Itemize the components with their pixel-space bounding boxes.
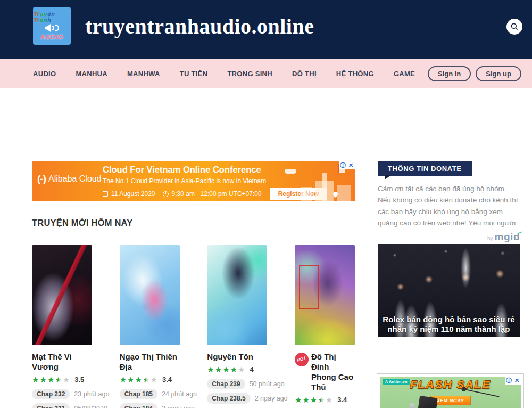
comic-cover[interactable] xyxy=(32,245,92,345)
auth-buttons: Sign in Sign up xyxy=(428,66,521,81)
mgid-logo: mgid xyxy=(495,231,520,242)
comic-cards: Mạt Thế Vi Vương ★★★★★ ★★★★★ 3.5 Chap 23… xyxy=(32,245,355,408)
banner-ad-time: 9:30 am - 12:00 pm UTC+07:00 xyxy=(172,190,262,198)
chapter-list: Chap 232 23 phút ago Chap 231 05/08/2020 xyxy=(32,389,92,408)
star-rating-icon: ★★★★★ ★★★★★ xyxy=(120,376,158,383)
comic-cover[interactable] xyxy=(207,245,267,345)
comic-title-text: Đô Thị Đỉnh Phong Cao Thủ xyxy=(311,352,355,393)
native-ad-image[interactable]: Rolex bán đồng hồ bản sao siêu rẻ nhân k… xyxy=(378,244,520,337)
alibaba-brand-name: Alibaba Cloud xyxy=(48,174,102,184)
hot-badge: HOT xyxy=(293,351,311,369)
flash-sale-ad[interactable]: A Antien.vn FLASH SALE XEM NGAY ⓘ ✕ xyxy=(377,373,524,408)
chapter-row: Chap 232 23 phút ago xyxy=(32,389,92,399)
banner-ad-title: Cloud For Vietnam Online Conference xyxy=(103,165,261,175)
comic-card: Nguyên Tôn ★★★★★ ★★★★★ 4 Chap 239 50 phú… xyxy=(207,245,267,408)
chapter-time: 23 phút ago xyxy=(74,390,109,398)
alibaba-logo: (-) Alibaba Cloud xyxy=(37,173,102,185)
chapter-row: Chap 231 05/08/2020 xyxy=(32,403,92,408)
star-rating-icon: ★★★★★ ★★★★★ xyxy=(32,376,70,383)
nav-item-manhwa[interactable]: MANHWA xyxy=(127,70,160,78)
chapter-chip[interactable]: Chap 239 xyxy=(207,379,245,389)
comic-title[interactable]: Nguyên Tôn xyxy=(207,352,267,362)
microphone-image xyxy=(409,403,417,408)
star-rating-icon: ★★★★★ ★★★★★ xyxy=(207,365,245,373)
star-rating-icon: ★★★★★ ★★★★★ xyxy=(295,396,333,404)
search-button[interactable] xyxy=(506,19,522,35)
mgid-check-icon xyxy=(519,231,523,233)
ad-info-icon[interactable]: ⓘ xyxy=(339,161,347,169)
chapter-chip[interactable]: Chap 185 xyxy=(120,389,157,399)
ad-close-icon[interactable]: ✕ xyxy=(347,161,355,169)
comic-title-text: Nguyên Tôn xyxy=(207,352,253,362)
donate-ribbon: THÔNG TIN DONATE xyxy=(378,161,472,176)
banner-ad-subtitle: The No.1 Cloud Provider in Asia-Pacific … xyxy=(103,177,266,185)
chapter-chip[interactable]: Chap 231 xyxy=(32,403,70,408)
chapter-list: Chap 239 50 phút ago Chap 238.5 2 ngày a… xyxy=(207,379,267,404)
comic-title[interactable]: HOT Đô Thị Đỉnh Phong Cao Thủ xyxy=(295,352,355,393)
nav-item-he-thong[interactable]: HỆ THỐNG xyxy=(336,70,374,78)
sidebar: THÔNG TIN DONATE Cám ơn tất cả các bạn đ… xyxy=(378,161,525,408)
chapter-chip[interactable]: Chap 184 xyxy=(120,403,157,408)
nav-item-game[interactable]: GAME xyxy=(394,70,415,78)
rating-row: ★★★★★ ★★★★★ 3.4 xyxy=(120,376,180,383)
comic-cover[interactable] xyxy=(120,245,180,345)
alibaba-banner-ad[interactable]: (-) Alibaba Cloud Cloud For Vietnam Onli… xyxy=(32,161,355,201)
ad-choices-controls: ⓘ ✕ xyxy=(505,377,521,385)
flash-ad-title: FLASH SALE xyxy=(380,378,521,391)
rating-value: 3.4 xyxy=(162,376,172,383)
chapter-time: 3 ngày ago xyxy=(162,405,195,408)
rating-value: 4 xyxy=(250,365,254,373)
mgid-attribution[interactable]: bymgid xyxy=(378,231,520,243)
nav-item-audio[interactable]: AUDIO xyxy=(33,70,56,78)
nav-items: AUDIO MANHUA MANHWA TU TIÊN TRỌNG SINH Đ… xyxy=(33,70,415,78)
chapter-row: Chap 239 50 phút ago xyxy=(207,379,267,389)
nav-item-trong-sinh[interactable]: TRỌNG SINH xyxy=(227,70,272,78)
main-nav: AUDIO MANHUA MANHWA TU TIÊN TRỌNG SINH Đ… xyxy=(0,59,532,88)
chapter-time: 50 phút ago xyxy=(250,380,285,388)
logo-audio-text: AUDIO xyxy=(40,34,64,41)
chapter-row: Chap 238.5 2 ngày ago xyxy=(207,393,267,404)
donate-text: Cám ơn tất cả các bạn đã ủng hộ nhóm. Nế… xyxy=(378,183,520,229)
search-icon xyxy=(510,22,519,31)
sign-up-button[interactable]: Sign up xyxy=(476,66,521,81)
page: Truyện Tranh AUDIO truyentranhaudio.onli… xyxy=(0,0,532,408)
header: Truyện Tranh AUDIO truyentranhaudio.onli… xyxy=(0,0,532,59)
section-divider xyxy=(32,233,355,233)
chapter-chip[interactable]: Chap 238.5 xyxy=(207,393,250,404)
logo-script-text: Truyện Tranh xyxy=(33,11,71,23)
comic-title[interactable]: Mạt Thế Vi Vương xyxy=(32,352,92,372)
ad-choices-controls: ⓘ ✕ xyxy=(339,161,355,169)
site-logo[interactable]: Truyện Tranh AUDIO xyxy=(33,7,71,45)
nav-item-tu-tien[interactable]: TU TIÊN xyxy=(180,70,208,78)
comic-title-text: Ngạo Thị Thiên Địa xyxy=(120,352,180,372)
phone-image xyxy=(417,396,438,408)
comic-title[interactable]: Ngạo Thị Thiên Địa xyxy=(120,352,180,372)
rating-row: ★★★★★ ★★★★★ 3.4 xyxy=(295,396,355,404)
native-ad-caption: Rolex bán đồng hồ bản sao siêu rẻ nhân k… xyxy=(380,315,518,335)
rating-value: 3.5 xyxy=(74,376,84,383)
rating-value: 3.4 xyxy=(337,396,347,404)
sign-in-button[interactable]: Sign in xyxy=(428,66,471,81)
banner-ad-date: 11 August 2020 xyxy=(111,190,155,198)
rating-row: ★★★★★ ★★★★★ 4 xyxy=(207,365,267,373)
section-title: TRUYỆN MỚI HÔM NAY xyxy=(32,218,355,228)
ad-close-icon[interactable]: ✕ xyxy=(513,377,521,385)
speaker-icon xyxy=(45,23,59,33)
clock-icon xyxy=(163,191,169,197)
nav-item-do-thi[interactable]: ĐÔ THỊ xyxy=(292,70,317,78)
chapter-time: 05/08/2020 xyxy=(74,405,107,408)
chapter-time: 24 phút ago xyxy=(162,390,197,398)
comic-card: Mạt Thế Vi Vương ★★★★★ ★★★★★ 3.5 Chap 23… xyxy=(32,245,92,408)
chapter-row: Chap 184 3 ngày ago xyxy=(120,403,180,408)
calendar-icon xyxy=(103,191,108,197)
comic-cover[interactable] xyxy=(295,245,355,345)
alibaba-brand-icon: (-) xyxy=(37,173,46,185)
site-title: truyentranhaudio.online xyxy=(85,14,314,39)
nav-item-manhua[interactable]: MANHUA xyxy=(76,70,107,78)
chapter-list: Chap 185 24 phút ago Chap 184 3 ngày ago xyxy=(120,389,180,408)
flash-sale-ad-inner: A Antien.vn FLASH SALE XEM NGAY ⓘ ✕ xyxy=(380,377,521,408)
ad-info-icon[interactable]: ⓘ xyxy=(505,377,513,385)
mgid-by-label: by xyxy=(487,235,493,241)
comic-title-text: Mạt Thế Vi Vương xyxy=(32,352,92,372)
chapter-chip[interactable]: Chap 232 xyxy=(32,389,70,399)
